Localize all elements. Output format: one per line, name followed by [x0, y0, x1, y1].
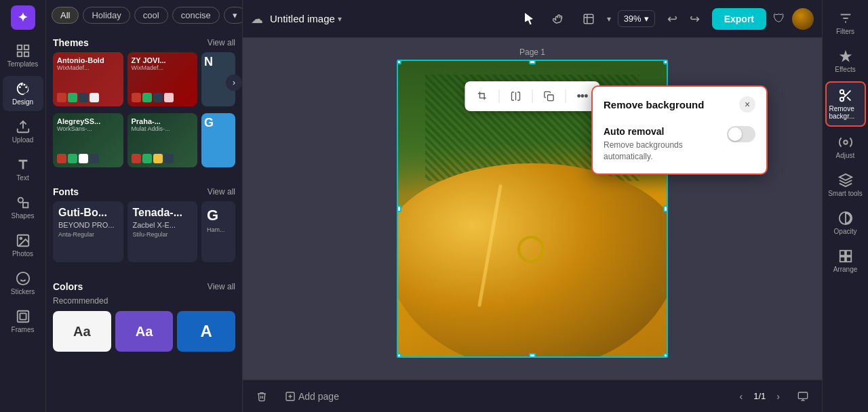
handle-top-middle[interactable] — [529, 60, 536, 64]
swatch-1[interactable]: Aa — [53, 311, 111, 352]
sidebar-item-text[interactable]: Text — [3, 152, 43, 187]
user-avatar[interactable] — [792, 8, 814, 30]
right-item-filters[interactable]: Filters — [825, 5, 866, 41]
right-item-smart-tools[interactable]: Smart tools — [825, 167, 866, 203]
sidebar-item-design[interactable]: Design — [3, 76, 43, 111]
right-sidebar: Filters Effects Remove backgr... Adjust … — [822, 0, 868, 412]
grid-icon — [16, 43, 31, 58]
modal-close-button[interactable]: × — [739, 96, 755, 112]
left-sidebar: ✦ Templates Design Upload Text Shapes — [0, 0, 46, 412]
top-bar: ☁ Untitled image ▾ ▾ 39% — [243, 0, 822, 38]
filter-all[interactable]: All — [52, 7, 79, 24]
export-button[interactable]: Export — [712, 8, 766, 30]
sidebar-item-frames[interactable]: Frames — [3, 304, 43, 339]
frame-tool[interactable] — [577, 9, 600, 29]
handle-middle-left[interactable] — [397, 205, 401, 212]
handle-top-left[interactable] — [397, 60, 401, 64]
duplicate-icon — [544, 91, 555, 102]
modal-title: Remove background — [604, 99, 704, 110]
right-item-adjust[interactable]: Adjust — [825, 129, 866, 165]
undo-button[interactable]: ↩ — [662, 7, 683, 30]
filters-icon — [838, 11, 853, 26]
add-page-icon — [285, 391, 296, 402]
swatch-3[interactable]: A — [177, 311, 235, 352]
filter-cool[interactable]: cool — [134, 7, 168, 24]
theme-next-arrow[interactable]: › — [226, 75, 242, 91]
theme-sub: WorkSans-... — [57, 125, 119, 132]
font-card-3[interactable]: G Ham... — [201, 201, 235, 262]
text-icon — [16, 157, 31, 172]
right-item-remove-bg[interactable]: Remove backgr... — [825, 81, 866, 127]
more-options-button[interactable]: ••• — [572, 85, 593, 107]
handle-bottom-middle[interactable] — [529, 353, 536, 358]
hand-tool[interactable] — [547, 9, 570, 29]
theme-card-2[interactable]: ZY JOVI... WixMadef... — [127, 52, 198, 106]
page-label: Page 1 — [519, 47, 545, 57]
right-item-opacity[interactable]: Opacity — [825, 205, 866, 241]
flip-button[interactable] — [505, 85, 527, 107]
shield-icon[interactable]: 🛡 — [773, 12, 785, 26]
handle-bottom-right[interactable] — [663, 353, 668, 358]
next-page-button[interactable]: › — [771, 387, 785, 406]
design-panel: All Holiday cool concise ▾ Themes View a… — [46, 0, 243, 412]
theme-colors — [57, 93, 119, 102]
present-button[interactable] — [792, 387, 814, 406]
photos-icon — [16, 233, 31, 248]
pointer-tool[interactable] — [517, 9, 540, 29]
font-grid: Guti-Bo... BEYOND PRO... Anta-Regular Te… — [46, 201, 242, 269]
sidebar-item-templates[interactable]: Templates — [3, 38, 43, 73]
svg-rect-5 — [23, 203, 28, 207]
right-item-label: Filters — [836, 28, 854, 35]
svg-point-4 — [18, 198, 22, 203]
right-item-arrange[interactable]: Arrange — [825, 243, 866, 279]
auto-removal-toggle[interactable] — [727, 126, 755, 142]
svg-rect-2 — [17, 52, 21, 56]
frames-icon — [16, 309, 31, 324]
page-count: 1/1 — [753, 391, 766, 401]
themes-view-all[interactable]: View all — [208, 38, 235, 47]
auto-removal-row: Auto removal Remove backgrounds automati… — [604, 126, 755, 163]
font-second: BEYOND PRO... — [58, 221, 118, 229]
handle-middle-right[interactable] — [663, 205, 668, 212]
theme-grid-2: AlegreySS... WorkSans-... Praha-... Mula… — [46, 113, 242, 174]
prev-page-button[interactable]: ‹ — [734, 387, 749, 406]
zoom-control[interactable]: 39% ▾ — [618, 10, 655, 27]
app-logo[interactable]: ✦ — [11, 5, 35, 30]
theme-grid: Antonio-Bold WixMadef... ZY JOVI... WixM… — [46, 52, 242, 113]
add-page-button[interactable]: Add page — [279, 387, 344, 406]
toolbar-divider — [566, 89, 566, 103]
theme-font: N — [204, 55, 233, 69]
theme-card-6[interactable]: G — [201, 113, 235, 167]
theme-card-1[interactable]: Antonio-Bold WixMadef... — [53, 52, 123, 106]
duplicate-button[interactable] — [538, 85, 560, 107]
handle-bottom-left[interactable] — [397, 353, 401, 358]
svg-rect-14 — [548, 95, 554, 101]
zoom-chevron: ▾ — [644, 14, 649, 24]
sidebar-item-label: Shapes — [12, 212, 35, 220]
color-section: Recommended Aa Aa A — [46, 296, 242, 358]
colors-view-all[interactable]: View all — [208, 282, 235, 291]
sidebar-item-upload[interactable]: Upload — [3, 114, 43, 149]
filter-more[interactable]: ▾ — [224, 7, 242, 24]
sidebar-item-label: Design — [12, 98, 33, 106]
sidebar-item-shapes[interactable]: Shapes — [3, 190, 43, 225]
handle-top-right[interactable] — [663, 60, 668, 64]
sidebar-item-photos[interactable]: Photos — [3, 228, 43, 263]
theme-card-5[interactable]: Praha-... Mulat Addis-... — [127, 113, 198, 167]
filter-concise[interactable]: concise — [172, 7, 220, 24]
svg-point-7 — [20, 237, 22, 239]
theme-colors — [132, 154, 194, 163]
sidebar-item-stickers[interactable]: Stickers — [3, 266, 43, 301]
theme-card-4[interactable]: AlegreySS... WorkSans-... — [53, 113, 123, 167]
filter-holiday[interactable]: Holiday — [83, 7, 130, 24]
smart-tools-icon — [838, 173, 853, 188]
redo-button[interactable]: ↪ — [684, 7, 705, 30]
right-item-effects[interactable]: Effects — [825, 43, 866, 79]
fonts-view-all[interactable]: View all — [208, 187, 235, 197]
swatch-2[interactable]: Aa — [115, 311, 174, 352]
font-card-2[interactable]: Tenada-... Zacbel X-E... Stilu-Regular — [127, 201, 198, 262]
floating-toolbar: ••• — [465, 81, 600, 111]
font-card-1[interactable]: Guti-Bo... BEYOND PRO... Anta-Regular — [53, 201, 123, 262]
delete-button[interactable] — [251, 387, 273, 406]
crop-button[interactable] — [472, 85, 494, 107]
